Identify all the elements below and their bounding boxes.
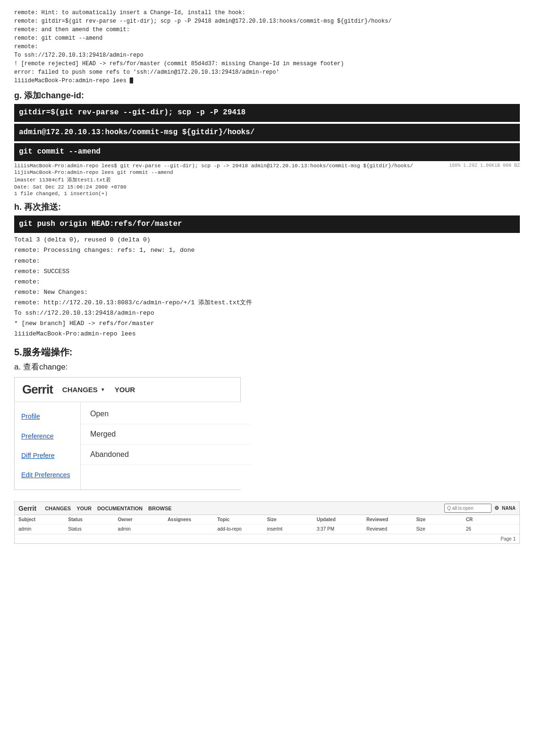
col-owner: Owner xyxy=(118,517,168,522)
gerrit-table-footer: Page 1 xyxy=(15,534,519,543)
gerrit-table-wrapper: Gerrit CHANGES YOUR DOCUMENTATION BROWSE… xyxy=(14,501,520,544)
gerrit-sidebar: Profile Preference Diff Prefere Edit Pre… xyxy=(15,402,81,490)
row-cr-size: Size xyxy=(416,526,466,532)
col-assignees: Assignees xyxy=(168,517,217,522)
nav-browse[interactable]: BROWSE xyxy=(148,506,172,511)
cmd-g-line1: gitdir=$(git rev-parse --git-dir); scp -… xyxy=(14,104,520,122)
h-line-9: liiideMacBook-Pro:admin-repo lees xyxy=(14,329,520,339)
h-line-7: To ssh://172.20.10.13:29418/admin-repo xyxy=(14,308,520,318)
cmd-g-line3: git commit --amend xyxy=(14,143,520,161)
gerrit-section: Profile Preference Diff Prefere Edit Pre… xyxy=(15,402,251,490)
h-line-8: * [new branch] HEAD -> refs/for/master xyxy=(14,318,520,329)
terminal-small-g2: lijisMacBook-Pro:admin-repo lees git rom… xyxy=(14,170,520,175)
terminal-line: error: failed to push some refs to 'ssh:… xyxy=(14,68,520,77)
gerrit-table-nav: CHANGES YOUR DOCUMENTATION BROWSE xyxy=(45,506,171,511)
col-subject: Subject xyxy=(18,517,68,522)
cmd-g-line2: admin@172.20.10.13:hooks/commit-msg ${gi… xyxy=(14,124,520,142)
terminal-small-g1: liiisMacBook-Pro:admin-repo lees$ git re… xyxy=(14,163,520,169)
col-cr: CR xyxy=(466,517,516,522)
h-line-2: remote: xyxy=(14,256,520,266)
h-line-6: remote: http://172.20.10.13:8083/c/admin… xyxy=(14,298,520,308)
sidebar-item-preference[interactable]: Preference xyxy=(15,427,80,446)
terminal-line: remote: git commit --amend xyxy=(14,34,520,43)
nav-your[interactable]: YOUR xyxy=(76,506,92,511)
h-line-5: remote: New Changes: xyxy=(14,287,520,298)
row-cr: 26 xyxy=(466,526,516,532)
search-input[interactable] xyxy=(444,504,492,513)
section-g-heading: g. 添加change-id: xyxy=(14,90,520,101)
terminal-line: To ssh://172.20.10.13:29418/admin-repo xyxy=(14,51,520,60)
terminal-line: remote: Hint: to automatically insert a … xyxy=(14,9,520,17)
step5-section: 5.服务端操作: a. 查看change: xyxy=(14,346,520,372)
col-cr-size: Size xyxy=(416,517,466,522)
col-topic: Topic xyxy=(217,517,267,522)
step5-heading: 5.服务端操作: xyxy=(14,346,520,359)
row-owner: admin xyxy=(118,526,168,532)
col-updated: Updated xyxy=(317,517,366,522)
terminal-small-g3: lmaster 11384cf1 添加test1.txt若 xyxy=(14,176,520,183)
page-wrapper: remote: Hint: to automatically insert a … xyxy=(0,0,534,552)
gerrit-ui-container: Gerrit CHANGES YOUR Profile Preference D… xyxy=(14,377,241,490)
gerrit-table-cols: Subject Status Owner Assignees Topic Siz… xyxy=(15,515,519,524)
h-line-3: remote: SUCCESS xyxy=(14,266,520,277)
table-row: admin Status admin add-to-repo insertnt … xyxy=(15,524,519,534)
terminal-line: remote: xyxy=(14,43,520,51)
section-h: h. 再次推送: git push origin HEAD:refs/for/m… xyxy=(14,201,520,340)
sidebar-item-profile[interactable]: Profile xyxy=(15,407,80,426)
gerrit-header: Gerrit CHANGES YOUR xyxy=(15,378,240,402)
sidebar-item-diff-prefere[interactable]: Diff Prefere xyxy=(15,446,80,465)
gerrit-table-search: ⚙ NANA xyxy=(444,504,516,513)
row-size: insertnt xyxy=(267,526,316,532)
your-nav[interactable]: YOUR xyxy=(115,386,135,394)
row-topic: add-to-repo xyxy=(217,526,267,532)
changes-open[interactable]: Open xyxy=(81,404,251,424)
changes-merged[interactable]: Merged xyxy=(81,424,251,445)
terminal-line: remote: and then amend the commit: xyxy=(14,26,520,34)
gerrit-changes-dropdown: Open Merged Abandoned xyxy=(81,402,251,490)
gerrit-table-header: Gerrit CHANGES YOUR DOCUMENTATION BROWSE… xyxy=(15,502,519,515)
col-status: Status xyxy=(68,517,118,522)
sidebar-item-edit-preferences[interactable]: Edit Preferences xyxy=(15,465,80,485)
section-g: g. 添加change-id: gitdir=$(git rev-parse -… xyxy=(14,90,520,197)
col-reviewed: Reviewed xyxy=(366,517,416,522)
h-line-4: remote: xyxy=(14,277,520,287)
row-assignees xyxy=(168,526,217,532)
step5-sub-a: a. 查看change: xyxy=(14,361,520,372)
terminal-line: liiideMacBook-Pro:admin-repo lees █ xyxy=(14,77,520,85)
nav-documentation[interactable]: DOCUMENTATION xyxy=(97,506,143,511)
section-h-heading: h. 再次推送: xyxy=(14,201,520,213)
h-line-0: Total 3 (delta 0), reused 0 (delta 0) xyxy=(14,235,520,245)
row-subject: admin xyxy=(18,526,68,532)
h-line-1: remote: Processing changes: refs: 1, new… xyxy=(14,245,520,256)
settings-icon[interactable]: ⚙ xyxy=(494,505,499,511)
row-reviewed: Reviewed xyxy=(366,526,416,532)
terminal-small-g5: 1 file changed, 1 insertion(+) xyxy=(14,191,520,197)
changes-nav[interactable]: CHANGES xyxy=(62,386,105,394)
cmd-h: git push origin HEAD:refs/for/master xyxy=(14,215,520,233)
terminal-line: ! [remote rejected] HEAD -> refs/for/mas… xyxy=(14,60,520,68)
terminal-block: remote: Hint: to automatically insert a … xyxy=(14,9,520,85)
terminal-line: remote: gitdir=$(git rev-parse --git-dir… xyxy=(14,17,520,26)
settings-label: NANA xyxy=(502,506,516,511)
row-updated: 3:37 PM xyxy=(317,526,366,532)
terminal-small-g4: Date: Sat Dec 22 15:06:24 2000 +0780 xyxy=(14,184,520,190)
row-status: Status xyxy=(68,526,118,532)
col-size: Size xyxy=(267,517,316,522)
terminal-output-h: Total 3 (delta 0), reused 0 (delta 0) re… xyxy=(14,235,520,339)
nav-changes[interactable]: CHANGES xyxy=(45,506,71,511)
gerrit-logo: Gerrit xyxy=(22,382,53,397)
changes-abandoned[interactable]: Abandoned xyxy=(81,445,251,465)
gerrit-table-logo: Gerrit xyxy=(18,505,36,512)
